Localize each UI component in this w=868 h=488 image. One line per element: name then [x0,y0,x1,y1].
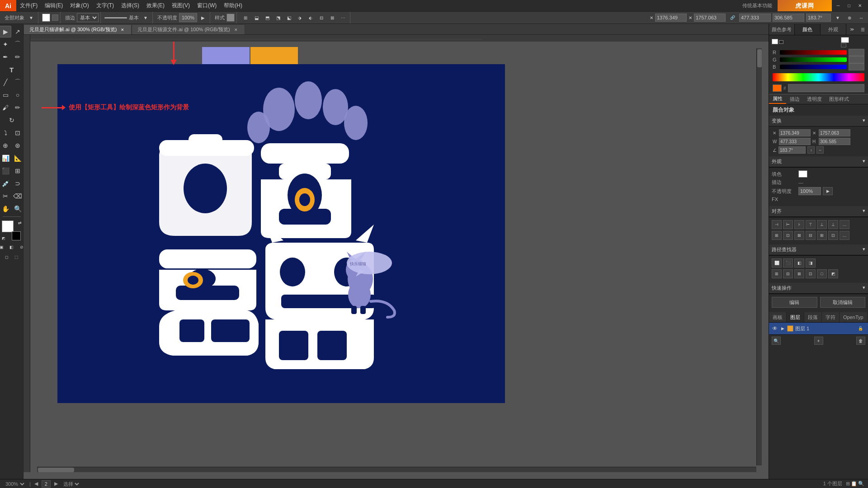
gradient-tool[interactable]: ⬛ [0,165,11,177]
align-options-btn[interactable]: ⋯ [338,13,348,23]
fill-box[interactable] [772,39,778,44]
line-tool[interactable]: ╱ [0,76,11,88]
zoom-fit-btn[interactable]: 🔍 [858,481,864,487]
scissors-tool[interactable]: ✂ [0,190,11,202]
align-more[interactable]: … [840,220,849,229]
background-color[interactable] [12,231,21,240]
eraser-tool[interactable]: ⌫ [12,190,24,202]
color-preview-box[interactable] [773,84,782,92]
layers-tab-character[interactable]: 字符 [822,312,840,322]
magic-wand-tool[interactable]: ✦ [0,38,11,50]
hex-color-input[interactable] [788,84,864,92]
align-right-btn[interactable]: ⬔ [273,13,283,23]
more-transforms-btn[interactable]: ⊕ [844,13,854,23]
lasso-tool[interactable]: ⌒ [12,38,24,50]
pathfinder-merge[interactable]: ⊠ [794,269,804,278]
layers-tab-artboard[interactable]: 画板 [769,312,787,322]
g-value-input[interactable] [849,56,864,63]
align-v-center[interactable]: ⊥ [817,220,827,229]
outline-view-btn[interactable]: ⬚ [12,253,21,261]
rp-tab-appearance[interactable]: 外观 [821,24,846,35]
foreground-color[interactable] [2,221,14,232]
dist-left[interactable]: ⊞ [772,231,782,240]
warp-tool[interactable]: ⤵ [0,127,11,139]
b-slider[interactable] [780,65,847,69]
menu-text[interactable]: 文字(T) [93,0,118,11]
measure-tool[interactable]: 📐 [12,152,24,164]
color-spectrum[interactable] [773,73,864,81]
rp-tab-color-ref[interactable]: 颜色参考 [769,24,795,35]
stroke-tab[interactable]: 描边 [786,94,803,104]
align-top-btn[interactable]: ⬕ [284,13,294,23]
gradient-fill-btn[interactable]: ◧ [7,243,16,251]
default-colors-btn[interactable]: ◩ [2,236,5,240]
blend-tool[interactable]: ⊃ [12,178,24,189]
opacity-input[interactable] [179,13,197,22]
add-anchor-tool[interactable]: ✏ [12,51,24,63]
layer-item-1[interactable]: 👁 ▶ 图层 1 🔓 [769,323,868,334]
pathfinder-section-header[interactable]: 路径查找器 ▾ [769,244,868,255]
dist-right[interactable]: ⊠ [794,231,804,240]
quick-actions-header[interactable]: 快速操作 ▾ [769,283,868,294]
eyedropper-tool[interactable]: 💉 [0,178,11,189]
menu-select[interactable]: 选择(S) [118,0,143,11]
w-input[interactable] [739,14,771,22]
text-tool[interactable]: T [6,64,18,75]
tab-0[interactable]: 元旦是只猫讲解.ai @ 300% (RGB/预览) ✕ [24,24,132,34]
graphic-style-tab[interactable]: 图形样式 [826,94,853,104]
zoom-select[interactable]: 300% [4,480,26,488]
pen-tool[interactable]: ✒ [0,51,11,63]
scrollbar-v-thumb[interactable] [757,49,762,67]
direct-select-tool[interactable]: ↗ [12,26,24,38]
link-coords-btn[interactable]: 🔗 [727,13,737,23]
h-input[interactable] [773,14,804,22]
tab-1[interactable]: 元旦是只猫源文件.ai @ 100% (RGB/预览) ✕ [132,24,245,34]
align-h-center[interactable]: ⊢ [783,220,793,229]
dist-h-c[interactable]: ⊡ [783,231,793,240]
scrollbar-v[interactable] [756,48,762,465]
align-right-edge[interactable]: ⊦ [794,220,804,229]
flip-h-btn[interactable]: ↔ [856,13,866,23]
props-tab[interactable]: 属性 [769,94,786,104]
live-paint-tool[interactable]: ⊛ [12,140,24,151]
maximize-button[interactable]: □ [844,1,854,10]
stroke-type-select[interactable]: 基本 [77,13,99,22]
flip-v-transform-btn[interactable]: ↔ [816,146,824,154]
r-slider[interactable] [780,50,847,55]
opacity-appear-input[interactable] [798,187,821,195]
dist-v-c[interactable]: ⊞ [817,231,827,240]
edit-btn[interactable]: 编辑 [772,297,817,308]
pathfinder-crop[interactable]: ⊡ [806,269,816,278]
page-num-input[interactable] [42,480,51,488]
pathfinder-minus[interactable]: ⬛ [783,258,793,267]
select-tool[interactable]: ▶ [0,26,11,38]
layers-tab-paragraph[interactable]: 段落 [804,312,822,322]
minimize-button[interactable]: ─ [834,1,843,10]
pencil-tool[interactable]: ✏ [12,102,24,113]
align-middle-btn[interactable]: ⬗ [295,13,305,23]
grid-status-btn[interactable]: ⊞ [846,481,850,487]
x-coord-input[interactable] [655,14,687,22]
hand-tool[interactable]: ✋ [0,203,11,215]
transform-section-header[interactable]: 变换 ▾ [769,116,868,127]
close-button[interactable]: ✕ [855,1,864,10]
x-transform-input[interactable] [779,129,811,136]
dist-top[interactable]: ⊟ [806,231,816,240]
mesh-tool[interactable]: ⊞ [12,165,24,177]
opacity-expand-btn[interactable]: ▶ [823,187,833,195]
dist-bottom[interactable]: ⊡ [828,231,838,240]
cancel-edit-btn[interactable]: 取消编辑 [820,297,866,308]
arc-tool[interactable]: ⌒ [12,76,24,88]
delete-layer-btn[interactable]: 🗑 [856,337,865,345]
zoom-tool[interactable]: 🔍 [12,203,24,215]
ellipse-tool[interactable]: ○ [12,89,24,101]
layers-tab-layers[interactable]: 图层 [787,312,804,322]
paintbrush-tool[interactable]: 🖌 [0,102,11,113]
dist-h-btn[interactable]: ⊟ [316,13,326,23]
flip-h-transform-btn[interactable]: ↕ [807,146,815,154]
rp-tab-more[interactable]: ≫ [846,24,857,35]
free-transform-tool[interactable]: ⊡ [12,127,24,139]
rp-panel-menu[interactable]: ☰ [857,24,868,35]
menu-effect[interactable]: 效果(E) [143,0,168,11]
align-grid-btn[interactable]: ⊞ [241,13,250,23]
